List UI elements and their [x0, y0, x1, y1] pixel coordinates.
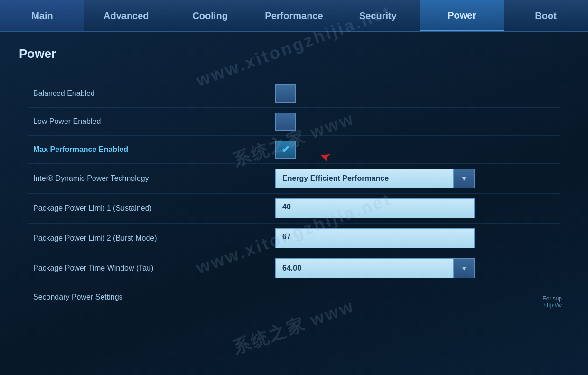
support-text: For sup http://w: [542, 295, 562, 309]
tau-value: 64.00: [275, 258, 454, 278]
intel-dynamic-value: Energy Efficient Performance: [275, 169, 454, 188]
tau-control: 64.00: [275, 258, 560, 278]
ppl1-label: Package Power Limit 1 (Sustained): [28, 204, 275, 213]
tau-label: Package Power Time Window (Tau): [28, 264, 275, 272]
setting-row-intel-dynamic: Intel® Dynamic Power Technology Energy E…: [28, 164, 560, 194]
tab-performance[interactable]: Performance: [252, 0, 336, 31]
setting-row-ppl2: Package Power Limit 2 (Burst Mode) 67: [28, 224, 560, 253]
setting-row-max-performance: Max Performance Enabled ✔: [28, 136, 560, 164]
balanced-label: Balanced Enabled: [28, 89, 275, 98]
settings-container: Balanced Enabled Low Power Enabled Max P…: [19, 75, 569, 306]
intel-dynamic-arrow[interactable]: [454, 169, 475, 188]
low-power-checkbox[interactable]: [275, 112, 296, 131]
checkmark-icon: ✔: [281, 143, 290, 156]
low-power-control: [275, 112, 560, 131]
tab-cooling[interactable]: Cooling: [168, 0, 252, 31]
setting-row-balanced: Balanced Enabled: [28, 80, 560, 108]
ppl1-input[interactable]: 40: [275, 198, 475, 218]
tab-bar: Main Advanced Cooling Performance Securi…: [0, 0, 588, 32]
max-performance-label: Max Performance Enabled: [28, 145, 275, 154]
secondary-power-row: Secondary Power Settings: [28, 289, 560, 301]
ppl2-input[interactable]: 67: [275, 228, 475, 248]
max-performance-control: ✔: [275, 141, 560, 159]
secondary-power-link[interactable]: Secondary Power Settings: [28, 293, 123, 301]
tab-security[interactable]: Security: [336, 0, 420, 31]
support-label: For sup: [542, 295, 562, 302]
page-title: Power: [19, 47, 569, 66]
max-performance-checkbox[interactable]: ✔: [275, 141, 296, 159]
content-area: Power Balanced Enabled Low Power Enabled…: [0, 32, 588, 375]
balanced-checkbox[interactable]: [275, 84, 296, 103]
tau-dropdown[interactable]: 64.00: [275, 258, 475, 278]
setting-row-tau: Package Power Time Window (Tau) 64.00: [28, 253, 560, 283]
tab-power[interactable]: Power: [420, 0, 504, 31]
ppl2-control: 67: [275, 228, 560, 248]
support-link: http://w: [542, 302, 562, 309]
tab-main[interactable]: Main: [0, 0, 84, 31]
setting-row-ppl1: Package Power Limit 1 (Sustained) 40: [28, 194, 560, 224]
ppl2-label: Package Power Limit 2 (Burst Mode): [28, 234, 275, 243]
tab-advanced[interactable]: Advanced: [84, 0, 168, 31]
balanced-control: [275, 84, 560, 103]
tab-boot[interactable]: Boot: [504, 0, 588, 31]
intel-dynamic-dropdown[interactable]: Energy Efficient Performance: [275, 169, 475, 188]
intel-dynamic-control: Energy Efficient Performance: [275, 169, 560, 188]
low-power-label: Low Power Enabled: [28, 117, 275, 126]
tau-arrow[interactable]: [454, 258, 475, 278]
ppl1-control: 40: [275, 198, 560, 218]
intel-dynamic-label: Intel® Dynamic Power Technology: [28, 174, 275, 183]
setting-row-low-power: Low Power Enabled: [28, 108, 560, 136]
